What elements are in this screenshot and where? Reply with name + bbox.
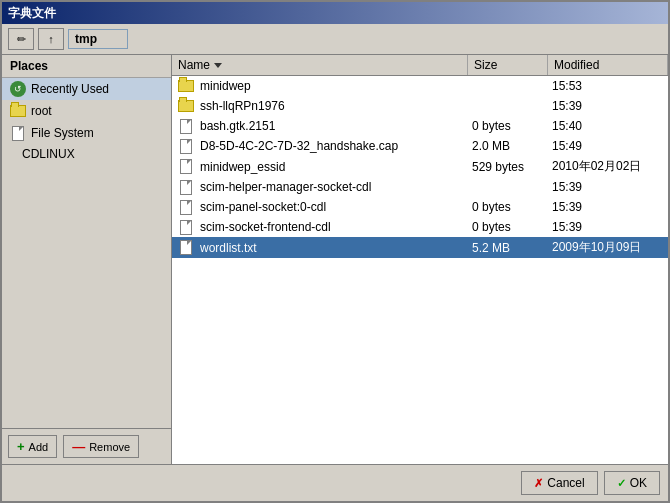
location-bar: tmp: [68, 29, 128, 49]
title-bar-title: 字典文件: [8, 5, 56, 22]
file-modified: 2009年10月09日: [548, 239, 668, 256]
ok-button[interactable]: ✓ OK: [604, 471, 660, 495]
file-size: 5.2 MB: [468, 241, 548, 255]
sidebar-item-label: root: [31, 104, 52, 118]
table-row[interactable]: D8-5D-4C-2C-7D-32_handshake.cap2.0 MB15:…: [172, 136, 668, 156]
file-size: 0 bytes: [468, 119, 548, 133]
ok-icon: ✓: [617, 477, 626, 490]
places-panel: Places ↺ Recently Used root Fil: [2, 55, 172, 464]
recently-used-icon: ↺: [10, 81, 26, 97]
sidebar-item-filesystem[interactable]: File System: [2, 122, 171, 144]
file-icon: [176, 138, 196, 154]
file-name: minidwep: [196, 79, 468, 93]
col-name-label: Name: [178, 58, 210, 72]
sidebar-item-label: CDLINUX: [22, 147, 75, 161]
file-name: wordlist.txt: [196, 241, 468, 255]
filesystem-icon: [10, 125, 26, 141]
file-name: D8-5D-4C-2C-7D-32_handshake.cap: [196, 139, 468, 153]
file-icon: [176, 179, 196, 195]
cancel-label: Cancel: [547, 476, 584, 490]
add-button[interactable]: + Add: [8, 435, 57, 458]
file-size: 0 bytes: [468, 200, 548, 214]
ok-label: OK: [630, 476, 647, 490]
table-row[interactable]: minidwep_essid529 bytes2010年02月02日: [172, 156, 668, 177]
remove-button[interactable]: — Remove: [63, 435, 139, 458]
edit-button[interactable]: ✏: [8, 28, 34, 50]
table-row[interactable]: ssh-llqRPn197615:39: [172, 96, 668, 116]
dialog-footer: ✗ Cancel ✓ OK: [2, 464, 668, 501]
file-name: bash.gtk.2151: [196, 119, 468, 133]
cancel-button[interactable]: ✗ Cancel: [521, 471, 597, 495]
sidebar-item-cdlinux[interactable]: CDLINUX: [2, 144, 171, 164]
file-icon: [176, 240, 196, 256]
plus-icon: +: [17, 439, 25, 454]
file-modified: 15:39: [548, 99, 668, 113]
toolbar: ✏ ↑ tmp: [2, 24, 668, 55]
file-icon: [176, 199, 196, 215]
file-name: minidwep_essid: [196, 160, 468, 174]
table-row[interactable]: bash.gtk.21510 bytes15:40: [172, 116, 668, 136]
cancel-icon: ✗: [534, 477, 543, 490]
file-size: 529 bytes: [468, 160, 548, 174]
file-icon: [176, 159, 196, 175]
table-row[interactable]: minidwep15:53: [172, 76, 668, 96]
add-label: Add: [29, 441, 49, 453]
main-content: Places ↺ Recently Used root Fil: [2, 55, 668, 464]
file-list-panel: Name Size Modified minidwep15:53ssh-llqR…: [172, 55, 668, 464]
root-folder-icon: [10, 103, 26, 119]
table-row[interactable]: wordlist.txt5.2 MB2009年10月09日: [172, 237, 668, 258]
file-modified: 15:39: [548, 180, 668, 194]
file-size: 2.0 MB: [468, 139, 548, 153]
file-list[interactable]: minidwep15:53ssh-llqRPn197615:39bash.gtk…: [172, 76, 668, 464]
up-icon: ↑: [48, 33, 54, 45]
col-header-size[interactable]: Size: [468, 55, 548, 75]
file-modified: 15:39: [548, 200, 668, 214]
remove-label: Remove: [89, 441, 130, 453]
file-modified: 15:53: [548, 79, 668, 93]
file-modified: 2010年02月02日: [548, 158, 668, 175]
table-row[interactable]: scim-helper-manager-socket-cdl15:39: [172, 177, 668, 197]
minus-icon: —: [72, 439, 85, 454]
sidebar-item-root[interactable]: root: [2, 100, 171, 122]
dialog-window: 字典文件 ✏ ↑ tmp Places ↺ Recently Used: [0, 0, 670, 503]
file-name: scim-helper-manager-socket-cdl: [196, 180, 468, 194]
col-modified-label: Modified: [554, 58, 599, 72]
table-row[interactable]: scim-panel-socket:0-cdl0 bytes15:39: [172, 197, 668, 217]
sidebar-item-label: Recently Used: [31, 82, 109, 96]
file-modified: 15:39: [548, 220, 668, 234]
places-footer: + Add — Remove: [2, 428, 171, 464]
file-name: scim-panel-socket:0-cdl: [196, 200, 468, 214]
col-header-modified[interactable]: Modified: [548, 55, 668, 75]
col-header-name[interactable]: Name: [172, 55, 468, 75]
file-size: 0 bytes: [468, 220, 548, 234]
file-name: scim-socket-frontend-cdl: [196, 220, 468, 234]
title-bar: 字典文件: [2, 2, 668, 24]
folder-icon: [176, 78, 196, 94]
sidebar-item-label: File System: [31, 126, 94, 140]
edit-icon: ✏: [17, 33, 26, 46]
table-row[interactable]: scim-socket-frontend-cdl0 bytes15:39: [172, 217, 668, 237]
sort-icon: [214, 63, 222, 68]
file-modified: 15:49: [548, 139, 668, 153]
folder-icon: [176, 98, 196, 114]
sidebar-item-recently-used[interactable]: ↺ Recently Used: [2, 78, 171, 100]
up-button[interactable]: ↑: [38, 28, 64, 50]
file-list-header: Name Size Modified: [172, 55, 668, 76]
file-modified: 15:40: [548, 119, 668, 133]
title-text: 字典文件: [8, 5, 56, 22]
file-icon: [176, 118, 196, 134]
file-icon: [176, 219, 196, 235]
places-header: Places: [2, 55, 171, 78]
col-size-label: Size: [474, 58, 497, 72]
file-name: ssh-llqRPn1976: [196, 99, 468, 113]
